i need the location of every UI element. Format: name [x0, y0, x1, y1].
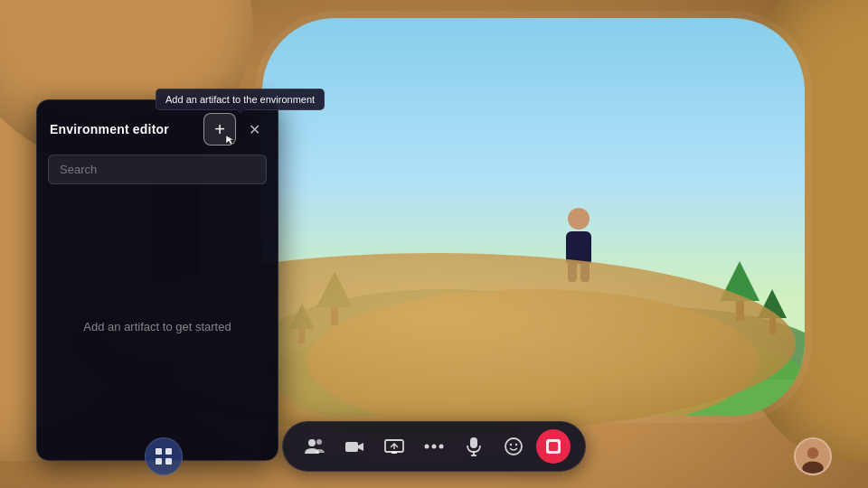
toolbar-emoji-button[interactable] [496, 429, 531, 464]
panel-title: Environment editor [50, 122, 169, 136]
panel-header: Environment editor + ✕ [37, 100, 278, 155]
svg-point-9 [316, 439, 322, 445]
grid-icon [154, 446, 174, 466]
artifact-icon [544, 437, 562, 455]
search-input[interactable] [48, 155, 267, 184]
user-avatar-icon [796, 437, 830, 475]
mic-icon [466, 436, 482, 456]
svg-rect-4 [156, 448, 162, 455]
add-artifact-button[interactable]: + [203, 113, 236, 145]
more-icon [424, 443, 444, 450]
toolbar-mic-button[interactable] [457, 429, 491, 464]
toolbar-more-button[interactable] [417, 429, 451, 464]
toolbar [282, 421, 586, 472]
environment-editor-panel: Environment editor + ✕ Add an artifact t… [36, 99, 278, 461]
cursor-icon [224, 134, 237, 146]
svg-rect-5 [165, 448, 172, 455]
camera-icon [344, 438, 364, 455]
header-actions: + ✕ [203, 113, 265, 145]
close-panel-button[interactable]: ✕ [243, 118, 265, 140]
svg-point-21 [510, 444, 512, 446]
toolbar-artifact-button[interactable] [536, 429, 571, 464]
screen-icon [384, 438, 404, 455]
panel-content: Add an artifact to get started [37, 193, 278, 460]
svg-rect-24 [549, 442, 558, 451]
svg-rect-6 [156, 458, 162, 465]
svg-rect-10 [345, 442, 358, 452]
search-bar [48, 155, 267, 184]
svg-point-15 [432, 445, 437, 449]
svg-rect-17 [470, 437, 477, 448]
svg-point-26 [807, 447, 819, 459]
emoji-icon [504, 436, 524, 456]
toolbar-camera-button[interactable] [337, 429, 372, 464]
empty-message: Add an artifact to get started [83, 320, 231, 333]
svg-rect-7 [165, 458, 172, 465]
svg-point-16 [439, 445, 444, 449]
svg-point-22 [515, 444, 517, 446]
grid-button[interactable] [145, 437, 183, 475]
close-icon: ✕ [249, 121, 260, 138]
avatar-head [568, 208, 590, 230]
svg-point-27 [802, 461, 824, 475]
svg-point-20 [505, 438, 522, 455]
toolbar-people-button[interactable] [297, 429, 332, 464]
svg-point-14 [425, 445, 429, 449]
user-avatar-button[interactable] [794, 437, 832, 475]
svg-point-8 [308, 439, 316, 446]
toolbar-screen-button[interactable] [377, 429, 411, 464]
people-icon [305, 437, 325, 455]
